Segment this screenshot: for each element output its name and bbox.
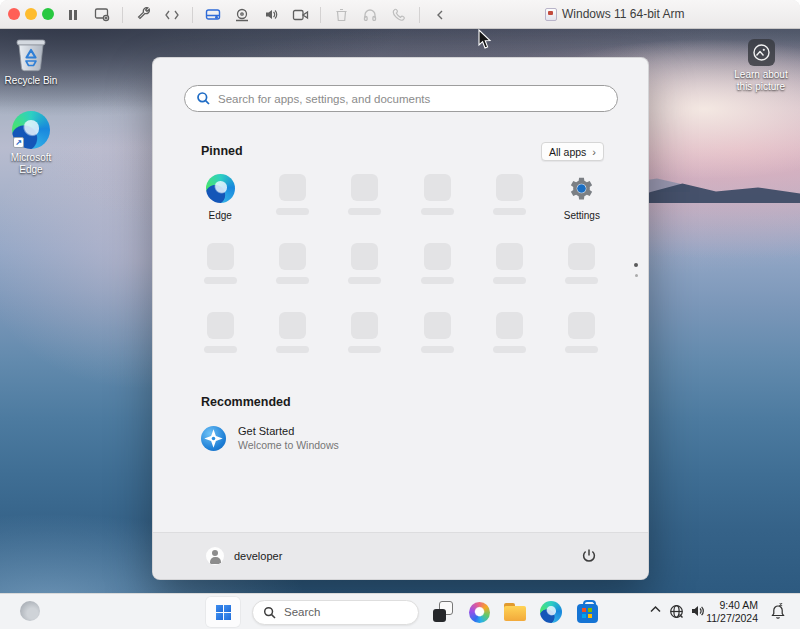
user-name[interactable]: developer [234,550,282,562]
pinned-app-placeholder [401,239,473,299]
desktop: Recycle Bin ↗ Microsoft Edge Learn about… [0,29,800,593]
wrench-settings-icon[interactable] [134,6,152,24]
toolbar-separator [122,7,123,23]
tray-time: 9:40 AM [706,599,758,612]
edge-icon [206,174,235,203]
recommended-heading: Recommended [201,395,291,409]
pinned-app-placeholder [184,308,256,368]
minimize-window-button[interactable] [25,8,37,20]
pinned-app-placeholder [329,239,401,299]
start-search-bar[interactable] [184,85,618,112]
vm-title: Windows 11 64-bit Arm [545,7,685,21]
taskbar: Search [0,593,800,629]
notifications-bell-icon[interactable] [770,603,786,620]
pinned-app-placeholder [473,170,545,230]
pinned-app-placeholder [256,308,328,368]
desktop-icon-recycle-bin[interactable]: Recycle Bin [0,36,62,87]
pinned-app-placeholder [329,308,401,368]
zoom-window-button[interactable] [42,8,54,20]
toolbar-separator [320,7,321,23]
vm-title-text: Windows 11 64-bit Arm [562,7,685,21]
taskbar-search-box[interactable]: Search [252,600,419,625]
start-button[interactable] [206,597,240,627]
pinned-app-placeholder [256,239,328,299]
desktop-icon-label: Microsoft Edge [2,152,60,176]
recommended-item-title: Get Started [238,425,339,437]
volume-icon[interactable] [690,604,706,618]
close-window-button[interactable] [8,8,20,20]
microsoft-store-button[interactable] [575,600,599,624]
toolbar-separator [192,7,193,23]
shortcut-arrow-icon: ↗ [13,137,24,148]
tray-date: 11/27/2024 [706,612,758,625]
pinned-app-placeholder [401,308,473,368]
hard-disk-icon[interactable] [204,6,222,24]
vm-titlebar: Windows 11 64-bit Arm [0,0,800,29]
pinned-app-placeholder [546,308,618,368]
pinned-heading: Pinned [201,144,243,158]
start-search-input[interactable] [218,93,617,105]
all-apps-label: All apps [549,146,586,158]
pinned-app-placeholder [546,239,618,299]
desktop-icon-learn-about-picture[interactable]: Learn about this picture [731,39,791,93]
power-icon [581,548,597,564]
search-icon [196,91,211,106]
snapshot-icon[interactable] [93,6,111,24]
tray-clock[interactable]: 9:40 AM 11/27/2024 [706,599,758,625]
taskbar-search-label: Search [284,606,320,618]
edge-taskbar-button[interactable] [539,600,563,624]
pinned-page-dots[interactable] [634,263,638,277]
file-explorer-button[interactable] [503,600,527,624]
vm-window: Windows 11 64-bit Arm Recycle Bin [0,0,800,629]
trash-device-icon [332,6,350,24]
picture-info-icon [748,39,775,66]
get-started-icon [201,426,226,451]
camera-icon[interactable] [291,6,309,24]
phone-icon [390,6,408,24]
tray-overflow-chevron-icon[interactable] [649,605,662,614]
settings-gear-icon [567,174,596,203]
page-dot-active[interactable] [634,263,638,267]
vm-file-icon [545,8,557,21]
start-menu-footer: developer [153,532,648,579]
recycle-bin-icon [14,36,48,72]
pinned-app-placeholder [473,308,545,368]
pinned-app-edge[interactable]: Edge [184,170,256,230]
widgets-button[interactable] [20,601,40,621]
power-button[interactable] [578,545,600,567]
pinned-app-placeholder [184,239,256,299]
code-console-icon[interactable] [163,6,181,24]
desktop-icon-label: Recycle Bin [5,75,58,87]
pause-vm-icon[interactable] [64,6,82,24]
start-menu: Pinned All apps › Edge [152,57,649,580]
pinned-app-settings[interactable]: Settings [546,170,618,230]
headphones-icon [361,6,379,24]
edge-icon [540,601,562,623]
task-view-button[interactable] [431,600,455,624]
all-apps-button[interactable]: All apps › [541,142,604,161]
toolbar-separator [419,7,420,23]
store-icon [577,604,598,623]
pinned-app-label: Settings [564,210,600,221]
chevron-right-icon: › [592,147,596,157]
user-avatar[interactable] [206,547,224,565]
recommended-item-get-started[interactable]: Get Started Welcome to Windows [201,425,421,451]
collapse-toolbar-icon[interactable] [431,6,449,24]
copilot-icon [469,602,490,623]
pinned-app-placeholder [256,170,328,230]
cd-drive-icon[interactable] [233,6,251,24]
desktop-icon-label: Learn about this picture [733,69,789,93]
search-icon [263,606,276,619]
desktop-icon-microsoft-edge[interactable]: ↗ Microsoft Edge [0,111,62,176]
pinned-grid: Edge Settings [184,170,618,368]
copilot-button[interactable] [467,600,491,624]
sound-icon[interactable] [262,6,280,24]
folder-icon [504,603,526,621]
recommended-item-subtitle: Welcome to Windows [238,439,339,451]
network-globe-icon[interactable] [669,604,684,619]
page-dot[interactable] [635,274,638,277]
pinned-app-placeholder [473,239,545,299]
windows-logo-icon [216,605,231,620]
pinned-app-label: Edge [208,210,231,221]
pinned-app-placeholder [401,170,473,230]
